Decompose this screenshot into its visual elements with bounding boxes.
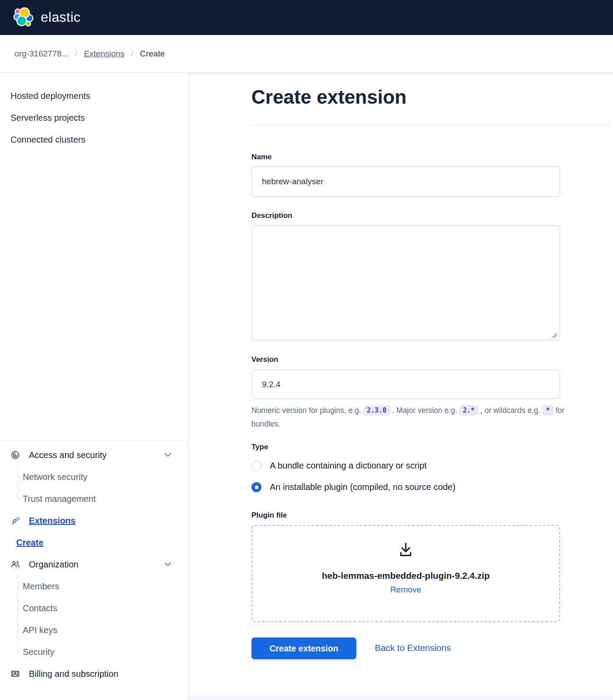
- back-to-extensions-link[interactable]: Back to Extensions: [375, 643, 451, 653]
- breadcrumb-separator: /: [75, 49, 77, 59]
- billing-card-icon: [11, 669, 20, 678]
- breadcrumb-create: Create: [140, 49, 165, 59]
- plugin-file-dropzone[interactable]: heb-lemmas-embedded-plugin-9.2.4.zip Rem…: [251, 525, 560, 622]
- version-input[interactable]: [251, 370, 560, 399]
- type-label: Type: [251, 443, 268, 452]
- plug-icon: [11, 516, 20, 525]
- plugin-file-label: Plugin file: [251, 511, 287, 520]
- radio-unselected-icon[interactable]: [251, 461, 261, 471]
- main-content: Create extension Name Description Versio…: [189, 73, 613, 700]
- breadcrumb: org-3162778... / Extensions / Create: [0, 35, 613, 73]
- access-subgroup: Network security Trust management: [17, 466, 188, 510]
- sidebar-item-billing[interactable]: Billing and subscription: [0, 663, 188, 685]
- chevron-down-icon: [164, 451, 172, 459]
- sidebar-item-label: Billing and subscription: [29, 669, 118, 679]
- uploaded-filename: heb-lemmas-embedded-plugin-9.2.4.zip: [322, 570, 490, 581]
- radio-option-plugin[interactable]: An installable plugin (compiled, no sour…: [251, 482, 456, 492]
- sidebar-item-label: Organization: [29, 560, 78, 570]
- name-input[interactable]: [251, 166, 560, 197]
- sidebar-nav: Access and security Network security Tru…: [0, 444, 188, 685]
- people-icon: [11, 560, 20, 569]
- sidebar-item-access-and-security[interactable]: Access and security: [0, 444, 188, 466]
- sidebar: Hosted deployments Serverless projects C…: [0, 73, 189, 700]
- breadcrumb-extensions[interactable]: Extensions: [84, 49, 125, 59]
- title-divider: [251, 126, 611, 126]
- app-window: elastic org-3162778... / Extensions / Cr…: [0, 0, 613, 700]
- name-label: Name: [251, 153, 272, 161]
- version-label: Version: [251, 355, 278, 364]
- sidebar-item-serverless-projects[interactable]: Serverless projects: [0, 107, 188, 129]
- code-chip: *: [542, 405, 553, 416]
- breadcrumb-org[interactable]: org-3162778...: [14, 49, 69, 59]
- code-chip: 2.*: [460, 405, 478, 416]
- access-security-icon: [11, 451, 20, 459]
- chevron-down-icon: [164, 560, 172, 568]
- sidebar-item-security[interactable]: Security: [17, 641, 188, 663]
- textarea-resize-handle[interactable]: [552, 332, 557, 338]
- elastic-logo-icon[interactable]: [13, 7, 35, 28]
- sidebar-item-members[interactable]: Members: [17, 575, 188, 597]
- radio-selected-icon[interactable]: [251, 482, 261, 492]
- logo-wordmark: elastic: [41, 10, 80, 25]
- sidebar-item-label: Extensions: [29, 516, 76, 526]
- sidebar-item-hosted-deployments[interactable]: Hosted deployments: [0, 85, 188, 107]
- sidebar-item-create[interactable]: Create: [0, 532, 188, 553]
- organization-subgroup: Members Contacts API keys Security: [17, 575, 188, 663]
- version-hint: Numeric version for plugins, e.g. 2.3.0 …: [251, 404, 566, 431]
- top-header-bar: elastic: [0, 0, 613, 35]
- sidebar-item-api-keys[interactable]: API keys: [17, 619, 188, 641]
- description-label: Description: [251, 211, 293, 220]
- sidebar-item-connected-clusters[interactable]: Connected clusters: [0, 129, 188, 150]
- sidebar-divider: [0, 441, 188, 441]
- breadcrumb-separator: /: [131, 49, 133, 59]
- sidebar-item-label: Create: [16, 538, 43, 548]
- sidebar-item-extensions[interactable]: Extensions: [0, 510, 188, 532]
- import-download-icon: [396, 541, 416, 561]
- footer-strip: [189, 695, 613, 700]
- sidebar-item-label: Access and security: [29, 450, 107, 460]
- sidebar-item-network-security[interactable]: Network security: [17, 466, 188, 488]
- sidebar-item-organization[interactable]: Organization: [0, 553, 188, 575]
- sidebar-item-contacts[interactable]: Contacts: [17, 597, 188, 619]
- code-chip: 2.3.0: [363, 405, 390, 416]
- radio-option-label: An installable plugin (compiled, no sour…: [270, 482, 456, 492]
- sidebar-item-trust-management[interactable]: Trust management: [17, 488, 188, 510]
- description-textarea[interactable]: [251, 225, 560, 340]
- remove-file-link[interactable]: Remove: [390, 585, 421, 595]
- create-extension-button[interactable]: Create extension: [251, 637, 356, 659]
- page-title: Create extension: [251, 84, 407, 110]
- radio-option-label: A bundle containing a dictionary or scri…: [270, 461, 427, 471]
- radio-option-bundle[interactable]: A bundle containing a dictionary or scri…: [251, 461, 427, 471]
